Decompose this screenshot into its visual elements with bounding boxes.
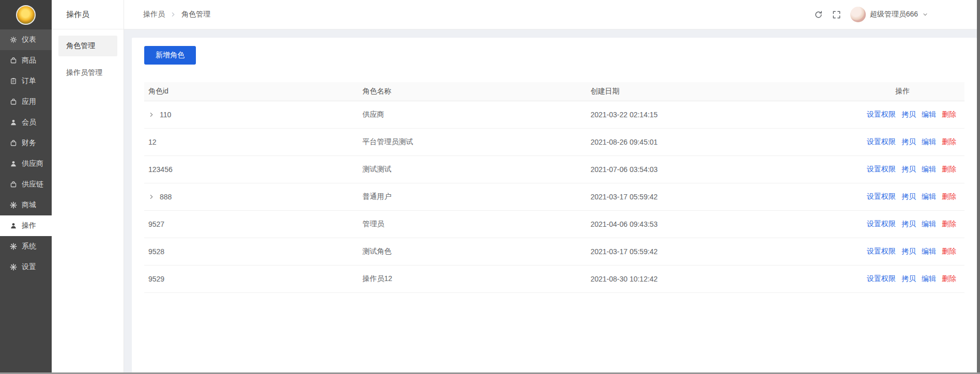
submenu-item-role-management[interactable]: 角色管理 (58, 36, 117, 56)
action-copy[interactable]: 拷贝 (901, 220, 916, 228)
cell-created-date: 2021-08-26 09:45:01 (586, 128, 840, 155)
action-edit[interactable]: 编辑 (922, 247, 936, 255)
cell-role-name: 管理员 (358, 210, 586, 238)
action-set-permissions[interactable]: 设置权限 (867, 110, 896, 118)
action-delete[interactable]: 删除 (942, 110, 956, 118)
cell-role-name: 供应商 (358, 101, 586, 128)
column-header-1: 角色名称 (358, 82, 586, 101)
topbar: 操作员 角色管理 超级管理员666 (124, 0, 980, 29)
sidebar-item-label: 会员 (22, 118, 36, 127)
sidebar-item-goods[interactable]: 商品 (0, 50, 52, 71)
sidebar-item-supplier[interactable]: 供应商 (0, 153, 52, 174)
vertical-scrollbar[interactable] (977, 0, 980, 374)
sidebar-item-apps[interactable]: 应用 (0, 91, 52, 112)
cell-role-name: 普通用户 (358, 183, 586, 210)
sidebar-item-orders[interactable]: 订单 (0, 71, 52, 91)
role-id-value: 110 (160, 111, 171, 119)
sidebar-item-mall[interactable]: 商城 (0, 195, 52, 215)
clipboard-icon (10, 77, 17, 85)
cell-role-id: 12 (144, 128, 358, 155)
breadcrumb-item-current: 角色管理 (181, 10, 210, 19)
cell-role-id: 9527 (144, 210, 358, 238)
cell-actions: 设置权限拷贝编辑删除 (840, 128, 964, 155)
cell-created-date: 2021-03-17 05:59:42 (586, 238, 840, 265)
fullscreen-icon[interactable] (832, 10, 841, 19)
action-edit[interactable]: 编辑 (922, 274, 936, 283)
person-icon (10, 160, 17, 167)
expand-row-icon[interactable] (148, 112, 155, 118)
action-edit[interactable]: 编辑 (922, 137, 936, 146)
action-set-permissions[interactable]: 设置权限 (867, 192, 896, 200)
action-copy[interactable]: 拷贝 (901, 110, 916, 118)
cell-role-id: 123456 (144, 155, 358, 183)
sidebar-item-label: 商城 (22, 200, 36, 210)
sidebar-item-members[interactable]: 会员 (0, 112, 52, 133)
action-delete[interactable]: 删除 (942, 247, 956, 255)
sidebar-item-supply-chain[interactable]: 供应链 (0, 174, 52, 195)
table-row: 888普通用户2021-03-17 05:59:42设置权限拷贝编辑删除 (144, 183, 964, 210)
role-id-value: 9529 (148, 275, 164, 283)
sidebar-item-finance[interactable]: 财务 (0, 133, 52, 153)
sidebar-item-settings[interactable]: 设置 (0, 257, 52, 277)
sidebar-item-label: 订单 (22, 76, 36, 86)
cell-role-name: 测试角色 (358, 238, 586, 265)
cell-actions: 设置权限拷贝编辑删除 (840, 238, 964, 265)
bag-icon (10, 181, 17, 188)
action-delete[interactable]: 删除 (942, 137, 956, 146)
bag-icon (10, 139, 17, 147)
action-set-permissions[interactable]: 设置权限 (867, 274, 896, 283)
sidebar-item-label: 供应商 (22, 159, 43, 168)
cell-created-date: 2021-04-06 09:43:53 (586, 210, 840, 238)
app-root: 仪表商品订单应用会员财务供应商供应链商城操作系统设置 操作员 角色管理操作员管理… (0, 0, 980, 374)
add-role-button[interactable]: 新增角色 (144, 46, 196, 65)
action-copy[interactable]: 拷贝 (901, 192, 916, 200)
cell-role-id: 9529 (144, 265, 358, 292)
action-set-permissions[interactable]: 设置权限 (867, 137, 896, 146)
content-card: 新增角色 角色id角色名称创建日期操作 110供应商2021-03-22 02:… (132, 38, 977, 374)
user-avatar (850, 7, 866, 22)
action-edit[interactable]: 编辑 (922, 110, 936, 118)
main-area: 操作员 角色管理 超级管理员666 新增角色 角色id角色名称创建日期操作 (124, 0, 980, 374)
column-header-0: 角色id (144, 82, 358, 101)
action-copy[interactable]: 拷贝 (901, 274, 916, 283)
role-id-value: 888 (160, 193, 172, 201)
breadcrumb-item-operator[interactable]: 操作员 (143, 10, 165, 19)
secondary-sidebar: 操作员 角色管理操作员管理 (52, 0, 124, 374)
sidebar-item-system[interactable]: 系统 (0, 236, 52, 257)
action-set-permissions[interactable]: 设置权限 (867, 165, 896, 173)
content-area: 新增角色 角色id角色名称创建日期操作 110供应商2021-03-22 02:… (124, 29, 980, 374)
sidebar-item-operations[interactable]: 操作 (0, 215, 52, 236)
table-row: 110供应商2021-03-22 02:14:15设置权限拷贝编辑删除 (144, 101, 964, 128)
action-edit[interactable]: 编辑 (922, 220, 936, 228)
gear-solid-icon (10, 243, 17, 250)
action-delete[interactable]: 删除 (942, 192, 956, 200)
action-edit[interactable]: 编辑 (922, 192, 936, 200)
person-icon (10, 119, 17, 126)
user-menu[interactable]: 超级管理员666 (850, 7, 928, 22)
column-header-2: 创建日期 (586, 82, 840, 101)
action-copy[interactable]: 拷贝 (901, 165, 916, 173)
breadcrumb-separator-icon (170, 11, 176, 18)
sidebar-item-dashboard[interactable]: 仪表 (0, 29, 52, 50)
cell-role-name: 平台管理员测试 (358, 128, 586, 155)
expand-row-icon[interactable] (148, 194, 155, 200)
refresh-icon[interactable] (814, 10, 823, 19)
cell-created-date: 2021-07-06 03:54:03 (586, 155, 840, 183)
sidebar-item-label: 供应链 (22, 180, 43, 189)
cell-created-date: 2021-03-17 05:59:42 (586, 183, 840, 210)
action-delete[interactable]: 删除 (942, 274, 956, 283)
action-copy[interactable]: 拷贝 (901, 137, 916, 146)
action-set-permissions[interactable]: 设置权限 (867, 220, 896, 228)
sidebar-item-label: 仪表 (22, 35, 36, 44)
action-set-permissions[interactable]: 设置权限 (867, 247, 896, 255)
action-copy[interactable]: 拷贝 (901, 247, 916, 255)
role-id-value: 123456 (148, 165, 173, 174)
logo-block[interactable] (0, 0, 52, 29)
breadcrumb: 操作员 角色管理 (143, 10, 210, 19)
submenu-item-operator-management[interactable]: 操作员管理 (58, 63, 117, 83)
cell-role-id: 9528 (144, 238, 358, 265)
column-header-3: 操作 (840, 82, 964, 101)
action-edit[interactable]: 编辑 (922, 165, 936, 173)
action-delete[interactable]: 删除 (942, 220, 956, 228)
action-delete[interactable]: 删除 (942, 165, 956, 173)
